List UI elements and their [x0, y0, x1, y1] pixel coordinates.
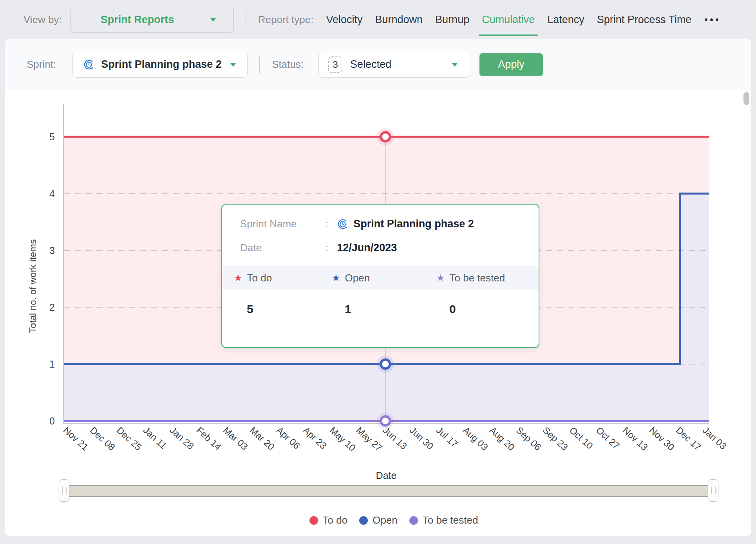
tooltip-date-label: Date	[240, 242, 326, 254]
y-axis-tick-label: 1	[49, 359, 55, 370]
x-axis-tick-label: Sep 06	[514, 425, 544, 453]
star-icon: ★	[436, 273, 445, 283]
apply-button[interactable]: Apply	[479, 53, 543, 76]
x-axis-tick-label: Jul 17	[434, 425, 460, 450]
chevron-down-icon	[452, 63, 458, 67]
x-axis-tick-label: Dec 25	[115, 425, 144, 453]
tooltip-sprint-row: Sprint Name : Sprint Planning phase 2	[240, 218, 539, 230]
tooltip-sprint-name-label: Sprint Name	[240, 218, 326, 230]
filter-bar: Sprint: Sprint Planning phase 2 Status: …	[5, 39, 751, 90]
legend-label: To do	[323, 514, 348, 526]
star-icon: ★	[234, 273, 242, 283]
date-range-slider-track[interactable]	[64, 485, 713, 497]
x-axis-tick-label: Dec 08	[88, 425, 118, 453]
x-axis-tick-label: Oct 27	[594, 425, 622, 451]
tab-burndown[interactable]: Burndown	[375, 0, 423, 39]
tab-velocity[interactable]: Velocity	[326, 0, 362, 39]
x-axis-tick-label: Feb 14	[195, 425, 224, 452]
status-name: To do	[247, 272, 272, 284]
x-axis-title: Date	[376, 470, 397, 481]
colon: :	[326, 218, 328, 230]
view-by-dropdown[interactable]: Sprint Reports	[71, 7, 234, 33]
y-axis-tick-label: 0	[49, 415, 55, 426]
legend-item-open[interactable]: Open	[359, 514, 398, 526]
hover-marker	[381, 132, 390, 141]
colon: :	[326, 242, 328, 254]
view-by-label: View by:	[24, 14, 62, 26]
star-icon: ★	[332, 273, 340, 283]
x-axis-tick-label: Mar 03	[221, 425, 250, 452]
x-axis-tick-label: Aug 03	[461, 425, 490, 453]
status-name: To be tested	[450, 272, 505, 284]
divider	[259, 56, 260, 73]
hover-marker	[381, 417, 390, 426]
x-axis-tick-label: Jan 28	[168, 425, 196, 452]
x-axis-tick-label: Nov 21	[61, 425, 91, 453]
report-type-tabs: VelocityBurndownBurnupCumulativeLatencyS…	[313, 0, 691, 39]
chevron-down-icon	[210, 18, 216, 22]
dot-icon	[705, 18, 707, 21]
x-axis-tick-label: Jun 13	[381, 425, 409, 452]
divider	[246, 11, 246, 28]
chevron-down-icon	[230, 63, 236, 67]
x-axis-tick-label: Nov 30	[647, 425, 677, 453]
grip-icon	[711, 487, 716, 494]
x-axis-tick-label: Jan 11	[141, 425, 169, 451]
x-axis-tick-label: Apr 23	[301, 425, 329, 451]
more-menu-button[interactable]	[705, 18, 718, 21]
tooltip-date-row: Date : 12/Jun/2023	[240, 242, 539, 254]
legend-item-to-be-tested[interactable]: To be tested	[409, 514, 478, 526]
x-axis-tick-label: Jan 03	[701, 425, 729, 452]
tooltip-status-value-open: 1	[332, 303, 436, 316]
x-axis-tick-label: May 10	[328, 425, 358, 453]
x-axis-tick-label: Aug 20	[488, 425, 517, 453]
tooltip-status-header-row: ★To do★Open★To be tested	[222, 266, 539, 290]
x-axis-tick-label: Jun 30	[408, 425, 436, 452]
legend-dot-icon	[409, 516, 418, 525]
y-axis-tick-label: 2	[49, 302, 55, 313]
tooltip-status-value-to-do: 5	[234, 303, 332, 316]
page-scrollbar-track[interactable]	[751, 0, 756, 544]
x-axis-tick-label: Sep 23	[541, 425, 570, 453]
date-range-slider-left-handle[interactable]	[59, 479, 69, 502]
tab-sprint-process-time[interactable]: Sprint Process Time	[597, 0, 692, 39]
tooltip-status-to-be-tested: ★To be tested	[436, 272, 539, 284]
tooltip-date-value: 12/Jun/2023	[337, 242, 397, 254]
x-axis-tick-label: Oct 10	[568, 425, 595, 451]
legend-label: Open	[373, 514, 398, 526]
tab-burnup[interactable]: Burnup	[435, 0, 469, 39]
y-axis-tick-label: 3	[49, 245, 55, 256]
status-dropdown[interactable]: 3 Selected	[318, 52, 470, 78]
x-axis-tick-label: May 27	[354, 425, 385, 453]
hover-marker	[381, 360, 390, 369]
x-axis-tick-label: Nov 13	[621, 425, 650, 453]
view-by-value: Sprint Reports	[101, 14, 174, 26]
grip-icon	[62, 487, 67, 494]
sprint-dropdown[interactable]: Sprint Planning phase 2	[72, 52, 248, 78]
tab-latency[interactable]: Latency	[547, 0, 584, 39]
tab-cumulative[interactable]: Cumulative	[482, 0, 535, 39]
y-axis-tick-label: 5	[49, 131, 55, 142]
tooltip-status-values-row: 510	[222, 303, 539, 316]
top-toolbar: View by: Sprint Reports Report type: Vel…	[0, 0, 756, 39]
date-range-slider-right-handle[interactable]	[708, 479, 718, 502]
sprint-icon	[83, 59, 95, 71]
sprint-value: Sprint Planning phase 2	[101, 58, 222, 71]
tooltip-status-open: ★Open	[332, 272, 436, 284]
legend-dot-icon	[359, 516, 368, 525]
tooltip-status-value-to-be-tested: 0	[436, 303, 539, 316]
status-value: Selected	[350, 58, 391, 71]
panel-scrollbar-thumb[interactable]	[743, 92, 749, 105]
tooltip-sprint-name-value: Sprint Planning phase 2	[353, 218, 474, 230]
legend-dot-icon	[309, 516, 318, 525]
report-type-label: Report type:	[258, 14, 314, 26]
x-axis-tick-label: Dec 17	[674, 425, 704, 453]
status-name: Open	[345, 272, 370, 284]
legend-item-to-do[interactable]: To do	[309, 514, 348, 526]
chart-tooltip: Sprint Name : Sprint Planning phase 2 Da…	[221, 204, 539, 348]
x-axis-tick-label: Apr 06	[275, 425, 302, 451]
y-axis-title: Total no. of work items	[27, 239, 38, 333]
dot-icon	[710, 18, 713, 21]
y-axis-tick-label: 4	[49, 188, 55, 199]
status-label: Status:	[272, 58, 304, 71]
